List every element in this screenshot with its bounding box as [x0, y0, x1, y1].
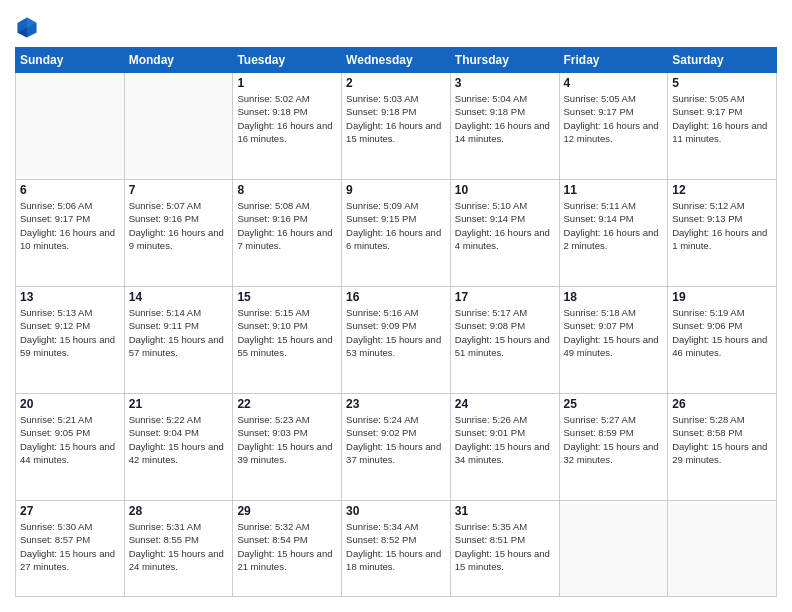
- day-info: Sunrise: 5:05 AM Sunset: 9:17 PM Dayligh…: [564, 92, 664, 145]
- day-info: Sunrise: 5:23 AM Sunset: 9:03 PM Dayligh…: [237, 413, 337, 466]
- calendar-cell: 19Sunrise: 5:19 AM Sunset: 9:06 PM Dayli…: [668, 287, 777, 394]
- calendar-cell: 12Sunrise: 5:12 AM Sunset: 9:13 PM Dayli…: [668, 180, 777, 287]
- calendar-cell: 6Sunrise: 5:06 AM Sunset: 9:17 PM Daylig…: [16, 180, 125, 287]
- day-number: 3: [455, 76, 555, 90]
- weekday-header-thursday: Thursday: [450, 48, 559, 73]
- calendar-cell: 9Sunrise: 5:09 AM Sunset: 9:15 PM Daylig…: [342, 180, 451, 287]
- calendar-cell: 7Sunrise: 5:07 AM Sunset: 9:16 PM Daylig…: [124, 180, 233, 287]
- day-info: Sunrise: 5:22 AM Sunset: 9:04 PM Dayligh…: [129, 413, 229, 466]
- day-number: 7: [129, 183, 229, 197]
- weekday-header-sunday: Sunday: [16, 48, 125, 73]
- calendar-cell: 5Sunrise: 5:05 AM Sunset: 9:17 PM Daylig…: [668, 73, 777, 180]
- calendar-cell: [559, 501, 668, 597]
- week-row-2: 6Sunrise: 5:06 AM Sunset: 9:17 PM Daylig…: [16, 180, 777, 287]
- day-info: Sunrise: 5:21 AM Sunset: 9:05 PM Dayligh…: [20, 413, 120, 466]
- day-number: 4: [564, 76, 664, 90]
- day-number: 12: [672, 183, 772, 197]
- day-number: 5: [672, 76, 772, 90]
- day-number: 19: [672, 290, 772, 304]
- calendar-cell: 15Sunrise: 5:15 AM Sunset: 9:10 PM Dayli…: [233, 287, 342, 394]
- day-number: 1: [237, 76, 337, 90]
- calendar-cell: 20Sunrise: 5:21 AM Sunset: 9:05 PM Dayli…: [16, 394, 125, 501]
- weekday-header-friday: Friday: [559, 48, 668, 73]
- day-number: 30: [346, 504, 446, 518]
- page: SundayMondayTuesdayWednesdayThursdayFrid…: [0, 0, 792, 612]
- week-row-4: 20Sunrise: 5:21 AM Sunset: 9:05 PM Dayli…: [16, 394, 777, 501]
- calendar-cell: 18Sunrise: 5:18 AM Sunset: 9:07 PM Dayli…: [559, 287, 668, 394]
- day-info: Sunrise: 5:27 AM Sunset: 8:59 PM Dayligh…: [564, 413, 664, 466]
- calendar-cell: [16, 73, 125, 180]
- day-number: 10: [455, 183, 555, 197]
- calendar-cell: 26Sunrise: 5:28 AM Sunset: 8:58 PM Dayli…: [668, 394, 777, 501]
- calendar-cell: 24Sunrise: 5:26 AM Sunset: 9:01 PM Dayli…: [450, 394, 559, 501]
- day-number: 24: [455, 397, 555, 411]
- calendar-cell: 1Sunrise: 5:02 AM Sunset: 9:18 PM Daylig…: [233, 73, 342, 180]
- calendar-table: SundayMondayTuesdayWednesdayThursdayFrid…: [15, 47, 777, 597]
- calendar-cell: 25Sunrise: 5:27 AM Sunset: 8:59 PM Dayli…: [559, 394, 668, 501]
- calendar-cell: 13Sunrise: 5:13 AM Sunset: 9:12 PM Dayli…: [16, 287, 125, 394]
- calendar-cell: 31Sunrise: 5:35 AM Sunset: 8:51 PM Dayli…: [450, 501, 559, 597]
- day-info: Sunrise: 5:28 AM Sunset: 8:58 PM Dayligh…: [672, 413, 772, 466]
- calendar-cell: [124, 73, 233, 180]
- day-info: Sunrise: 5:08 AM Sunset: 9:16 PM Dayligh…: [237, 199, 337, 252]
- day-info: Sunrise: 5:04 AM Sunset: 9:18 PM Dayligh…: [455, 92, 555, 145]
- header: [15, 15, 777, 39]
- day-info: Sunrise: 5:34 AM Sunset: 8:52 PM Dayligh…: [346, 520, 446, 573]
- day-number: 11: [564, 183, 664, 197]
- day-info: Sunrise: 5:12 AM Sunset: 9:13 PM Dayligh…: [672, 199, 772, 252]
- week-row-3: 13Sunrise: 5:13 AM Sunset: 9:12 PM Dayli…: [16, 287, 777, 394]
- day-number: 9: [346, 183, 446, 197]
- weekday-header-wednesday: Wednesday: [342, 48, 451, 73]
- weekday-header-saturday: Saturday: [668, 48, 777, 73]
- week-row-1: 1Sunrise: 5:02 AM Sunset: 9:18 PM Daylig…: [16, 73, 777, 180]
- calendar-cell: 3Sunrise: 5:04 AM Sunset: 9:18 PM Daylig…: [450, 73, 559, 180]
- day-number: 17: [455, 290, 555, 304]
- day-info: Sunrise: 5:15 AM Sunset: 9:10 PM Dayligh…: [237, 306, 337, 359]
- day-number: 6: [20, 183, 120, 197]
- day-number: 14: [129, 290, 229, 304]
- day-number: 15: [237, 290, 337, 304]
- calendar-cell: 30Sunrise: 5:34 AM Sunset: 8:52 PM Dayli…: [342, 501, 451, 597]
- day-info: Sunrise: 5:35 AM Sunset: 8:51 PM Dayligh…: [455, 520, 555, 573]
- calendar-cell: 11Sunrise: 5:11 AM Sunset: 9:14 PM Dayli…: [559, 180, 668, 287]
- day-number: 8: [237, 183, 337, 197]
- day-number: 23: [346, 397, 446, 411]
- day-info: Sunrise: 5:17 AM Sunset: 9:08 PM Dayligh…: [455, 306, 555, 359]
- logo: [15, 15, 43, 39]
- day-number: 29: [237, 504, 337, 518]
- day-info: Sunrise: 5:09 AM Sunset: 9:15 PM Dayligh…: [346, 199, 446, 252]
- day-info: Sunrise: 5:02 AM Sunset: 9:18 PM Dayligh…: [237, 92, 337, 145]
- day-info: Sunrise: 5:10 AM Sunset: 9:14 PM Dayligh…: [455, 199, 555, 252]
- day-info: Sunrise: 5:03 AM Sunset: 9:18 PM Dayligh…: [346, 92, 446, 145]
- calendar-cell: 28Sunrise: 5:31 AM Sunset: 8:55 PM Dayli…: [124, 501, 233, 597]
- day-info: Sunrise: 5:05 AM Sunset: 9:17 PM Dayligh…: [672, 92, 772, 145]
- calendar-cell: 4Sunrise: 5:05 AM Sunset: 9:17 PM Daylig…: [559, 73, 668, 180]
- calendar-cell: 29Sunrise: 5:32 AM Sunset: 8:54 PM Dayli…: [233, 501, 342, 597]
- day-number: 16: [346, 290, 446, 304]
- day-info: Sunrise: 5:26 AM Sunset: 9:01 PM Dayligh…: [455, 413, 555, 466]
- day-info: Sunrise: 5:11 AM Sunset: 9:14 PM Dayligh…: [564, 199, 664, 252]
- day-info: Sunrise: 5:16 AM Sunset: 9:09 PM Dayligh…: [346, 306, 446, 359]
- day-number: 18: [564, 290, 664, 304]
- calendar-cell: 2Sunrise: 5:03 AM Sunset: 9:18 PM Daylig…: [342, 73, 451, 180]
- day-info: Sunrise: 5:13 AM Sunset: 9:12 PM Dayligh…: [20, 306, 120, 359]
- day-info: Sunrise: 5:31 AM Sunset: 8:55 PM Dayligh…: [129, 520, 229, 573]
- calendar-cell: 8Sunrise: 5:08 AM Sunset: 9:16 PM Daylig…: [233, 180, 342, 287]
- day-info: Sunrise: 5:07 AM Sunset: 9:16 PM Dayligh…: [129, 199, 229, 252]
- weekday-header-tuesday: Tuesday: [233, 48, 342, 73]
- day-number: 2: [346, 76, 446, 90]
- day-info: Sunrise: 5:30 AM Sunset: 8:57 PM Dayligh…: [20, 520, 120, 573]
- calendar-cell: 22Sunrise: 5:23 AM Sunset: 9:03 PM Dayli…: [233, 394, 342, 501]
- day-number: 22: [237, 397, 337, 411]
- day-number: 31: [455, 504, 555, 518]
- calendar-cell: 23Sunrise: 5:24 AM Sunset: 9:02 PM Dayli…: [342, 394, 451, 501]
- day-number: 25: [564, 397, 664, 411]
- day-number: 21: [129, 397, 229, 411]
- calendar-cell: 17Sunrise: 5:17 AM Sunset: 9:08 PM Dayli…: [450, 287, 559, 394]
- day-info: Sunrise: 5:19 AM Sunset: 9:06 PM Dayligh…: [672, 306, 772, 359]
- day-number: 26: [672, 397, 772, 411]
- day-info: Sunrise: 5:14 AM Sunset: 9:11 PM Dayligh…: [129, 306, 229, 359]
- calendar-cell: 21Sunrise: 5:22 AM Sunset: 9:04 PM Dayli…: [124, 394, 233, 501]
- calendar-cell: 27Sunrise: 5:30 AM Sunset: 8:57 PM Dayli…: [16, 501, 125, 597]
- calendar-cell: 10Sunrise: 5:10 AM Sunset: 9:14 PM Dayli…: [450, 180, 559, 287]
